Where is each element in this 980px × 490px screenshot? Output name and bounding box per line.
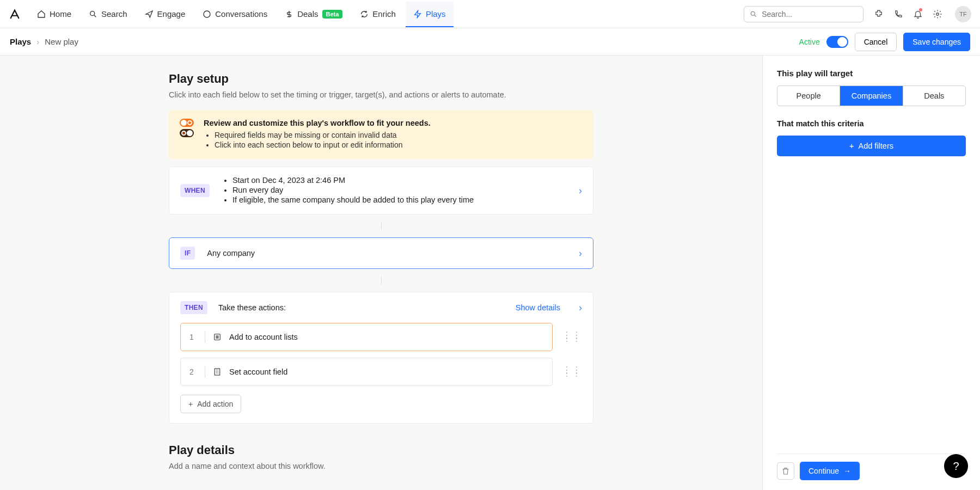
global-search[interactable] [744, 6, 863, 22]
plus-icon: + [188, 400, 193, 408]
refresh-icon [360, 10, 369, 19]
nav-label: Plays [426, 9, 446, 19]
plus-icon: + [849, 142, 854, 150]
sub-header: Plays › New play Active Cancel Save chan… [0, 28, 980, 56]
add-action-button[interactable]: + Add action [180, 395, 241, 413]
svg-point-2 [751, 11, 755, 15]
active-toggle[interactable] [826, 36, 848, 48]
phone-icon[interactable] [893, 9, 904, 20]
svg-point-0 [90, 11, 95, 15]
trash-icon [781, 467, 790, 475]
bolt-icon [413, 10, 422, 19]
then-card: THEN Take these actions: Show details › … [169, 292, 593, 424]
arrow-right-icon: → [843, 467, 851, 475]
nav-label: Engage [157, 9, 186, 19]
action-number: 2 [189, 367, 197, 376]
add-filters-button[interactable]: + Add filters [777, 136, 966, 156]
svg-point-3 [936, 13, 939, 15]
gear-icon[interactable] [932, 9, 943, 20]
tab-companies[interactable]: Companies [840, 86, 903, 106]
breadcrumb-root[interactable]: Plays [10, 37, 31, 46]
criteria-title: That match this criteria [777, 119, 966, 128]
main-content: Play setup Click into each field below t… [0, 56, 762, 490]
send-icon [145, 10, 154, 19]
chevron-right-icon[interactable]: › [579, 302, 582, 314]
beta-badge: Beta [322, 10, 343, 19]
when-bullet: Run every day [232, 186, 567, 194]
delete-button[interactable] [777, 462, 794, 480]
top-nav: Home Search Engage Conversations Deals B… [0, 0, 980, 28]
warning-icon [180, 119, 194, 137]
details-title: Play details [169, 443, 593, 457]
drag-handle-icon[interactable]: ⋮⋮⋮⋮ [562, 369, 582, 375]
when-bullet: Start on Dec 4, 2023 at 2:46 PM [232, 176, 567, 185]
list-icon [213, 333, 222, 341]
building-icon [213, 367, 222, 376]
action-label: Add to account lists [229, 333, 298, 341]
action-row-1[interactable]: 1 Add to account lists [180, 323, 553, 351]
chevron-right-icon: › [579, 248, 582, 259]
action-number: 1 [189, 333, 197, 341]
svg-rect-5 [215, 369, 219, 375]
save-button[interactable]: Save changes [903, 33, 970, 51]
if-label: IF [180, 247, 195, 260]
nav-label: Conversations [215, 9, 267, 19]
breadcrumb-current: New play [45, 37, 78, 46]
when-bullet: If eligible, the same company should be … [232, 195, 567, 204]
action-row-2[interactable]: 2 Set account field [180, 358, 553, 386]
cancel-button[interactable]: Cancel [855, 33, 897, 51]
action-label: Set account field [229, 367, 287, 376]
nav-label: Enrich [372, 9, 396, 19]
active-status-label: Active [799, 38, 820, 46]
page-subtitle: Click into each field below to set the t… [169, 90, 593, 99]
nav-plays[interactable]: Plays [406, 2, 454, 27]
nav-deals[interactable]: Deals Beta [277, 5, 350, 23]
continue-button[interactable]: Continue → [800, 462, 860, 480]
dollar-icon [285, 10, 293, 19]
search-icon [89, 10, 97, 19]
warning-bullet: Click into each section below to input o… [215, 140, 583, 149]
avatar[interactable]: TF [955, 6, 971, 22]
when-card[interactable]: WHEN Start on Dec 4, 2023 at 2:46 PM Run… [169, 167, 593, 215]
side-panel: This play will target People Companies D… [762, 56, 980, 490]
nav-label: Home [50, 9, 71, 19]
help-button[interactable]: ? [944, 454, 968, 478]
svg-point-1 [204, 11, 210, 17]
chat-icon [203, 10, 211, 19]
chevron-right-icon: › [36, 37, 39, 46]
target-tabs: People Companies Deals [777, 85, 966, 106]
then-text: Take these actions: [218, 303, 286, 312]
logo-icon[interactable] [9, 8, 21, 20]
tab-deals[interactable]: Deals [903, 86, 965, 106]
show-details-link[interactable]: Show details [516, 303, 560, 312]
search-input[interactable] [762, 10, 857, 19]
if-card[interactable]: IF Any company › [169, 237, 593, 269]
bell-icon[interactable] [912, 9, 923, 20]
warning-bullet: Required fields may be missing or contai… [215, 131, 583, 139]
chevron-right-icon: › [579, 185, 582, 197]
nav-home[interactable]: Home [29, 5, 79, 23]
nav-conversations[interactable]: Conversations [195, 5, 275, 23]
then-label: THEN [180, 301, 207, 314]
warning-title: Review and customize this play's workflo… [204, 119, 583, 127]
side-title: This play will target [777, 69, 966, 78]
warning-banner: Review and customize this play's workflo… [169, 110, 593, 159]
nav-label: Deals [297, 9, 318, 19]
when-label: WHEN [180, 184, 210, 197]
home-icon [37, 10, 46, 19]
nav-engage[interactable]: Engage [137, 5, 193, 23]
breadcrumb: Plays › New play [10, 37, 78, 46]
if-text: Any company [207, 249, 567, 258]
add-filters-label: Add filters [858, 142, 893, 150]
top-icons: TF [873, 6, 971, 22]
continue-label: Continue [808, 467, 839, 475]
nav-search[interactable]: Search [81, 5, 135, 23]
details-subtitle: Add a name and context about this workfl… [169, 462, 593, 470]
nav-label: Search [101, 9, 127, 19]
search-icon [750, 10, 757, 19]
nav-enrich[interactable]: Enrich [352, 5, 403, 23]
page-title: Play setup [169, 72, 593, 86]
tab-people[interactable]: People [777, 86, 840, 106]
extension-icon[interactable] [873, 9, 884, 20]
drag-handle-icon[interactable]: ⋮⋮⋮⋮ [562, 334, 582, 340]
